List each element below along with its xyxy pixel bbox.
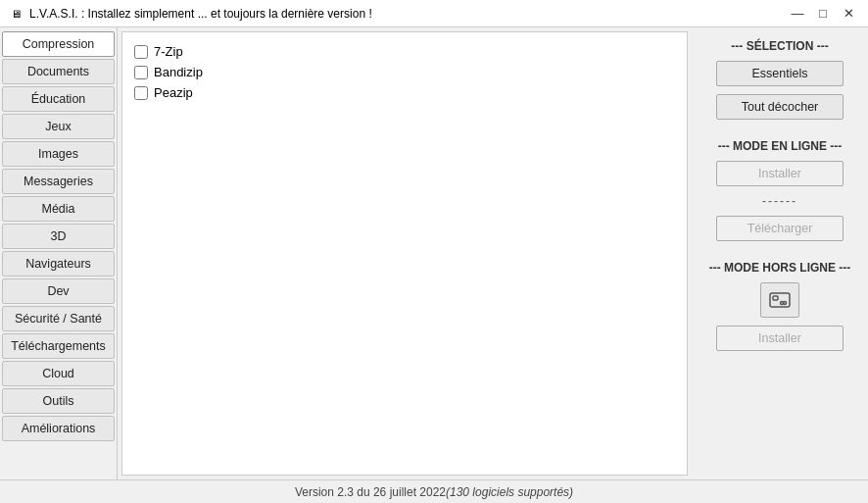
checkbox-bandizip[interactable]	[134, 66, 148, 79]
tout-decocher-button[interactable]: Tout décocher	[716, 94, 844, 120]
main-container: CompressionDocumentsÉducationJeuxImagesM…	[0, 27, 868, 479]
checkbox-item-peazip: Peazip	[134, 85, 675, 100]
sidebar-item-jeux[interactable]: Jeux	[2, 114, 115, 139]
maximize-button[interactable]: □	[811, 4, 835, 24]
svg-point-3	[781, 302, 784, 305]
minimize-button[interactable]: —	[786, 4, 809, 24]
essentiels-button[interactable]: Essentiels	[716, 61, 844, 86]
sidebar-item-education[interactable]: Éducation	[2, 86, 115, 112]
telecharger-button[interactable]: Télécharger	[716, 216, 844, 241]
mode-hors-ligne-title: --- MODE HORS LIGNE ---	[699, 261, 860, 275]
status-bar: Version 2.3 du 26 juillet 2022 (130 logi…	[0, 479, 868, 503]
status-italic: (130 logiciels supportés)	[446, 485, 573, 499]
hdd-icon-button[interactable]	[760, 282, 799, 318]
sidebar-item-ameliorations[interactable]: Améliorations	[2, 416, 115, 441]
checkbox-item-7zip: 7-Zip	[134, 44, 675, 59]
sidebar-item-3d[interactable]: 3D	[2, 224, 115, 249]
sidebar-item-outils[interactable]: Outils	[2, 388, 115, 414]
title-bar-controls: — □ ✕	[786, 4, 860, 24]
content-area: 7-ZipBandizipPeazip	[121, 31, 688, 476]
sidebar-item-documents[interactable]: Documents	[2, 59, 115, 84]
checkbox-item-bandizip: Bandizip	[134, 65, 675, 79]
svg-rect-1	[773, 296, 778, 300]
selection-title: --- SÉLECTION ---	[699, 39, 860, 53]
sidebar-item-images[interactable]: Images	[2, 141, 115, 167]
sidebar: CompressionDocumentsÉducationJeuxImagesM…	[0, 27, 118, 479]
sidebar-item-securite[interactable]: Sécurité / Santé	[2, 306, 115, 331]
right-panel: --- SÉLECTION --- Essentiels Tout décoch…	[692, 27, 868, 479]
divider: ------	[762, 194, 797, 208]
checkbox-label-bandizip: Bandizip	[154, 65, 203, 79]
title-bar-left: 🖥 L.V.A.S.I. : Installez simplement ... …	[8, 6, 372, 22]
title-bar-text: L.V.A.S.I. : Installez simplement ... et…	[29, 7, 372, 21]
close-button[interactable]: ✕	[837, 4, 860, 24]
app-icon: 🖥	[8, 6, 24, 22]
sidebar-item-navigateurs[interactable]: Navigateurs	[2, 251, 115, 277]
status-text: Version 2.3 du 26 juillet 2022	[295, 485, 446, 499]
checkbox-peazip[interactable]	[134, 86, 148, 100]
sidebar-item-cloud[interactable]: Cloud	[2, 361, 115, 386]
installer-en-ligne-button[interactable]: Installer	[716, 161, 844, 186]
checkbox-7zip[interactable]	[134, 45, 148, 59]
installer-hors-ligne-button[interactable]: Installer	[716, 326, 844, 351]
sidebar-item-dev[interactable]: Dev	[2, 278, 115, 304]
title-bar: 🖥 L.V.A.S.I. : Installez simplement ... …	[0, 0, 868, 27]
sidebar-item-compression[interactable]: Compression	[2, 31, 115, 57]
sidebar-item-media[interactable]: Média	[2, 196, 115, 222]
checkbox-label-7zip: 7-Zip	[154, 44, 183, 59]
mode-en-ligne-title: --- MODE EN LIGNE ---	[699, 139, 860, 153]
checkbox-label-peazip: Peazip	[154, 85, 193, 100]
sidebar-item-messageries[interactable]: Messageries	[2, 169, 115, 194]
sidebar-item-telechargements[interactable]: Téléchargements	[2, 333, 115, 359]
